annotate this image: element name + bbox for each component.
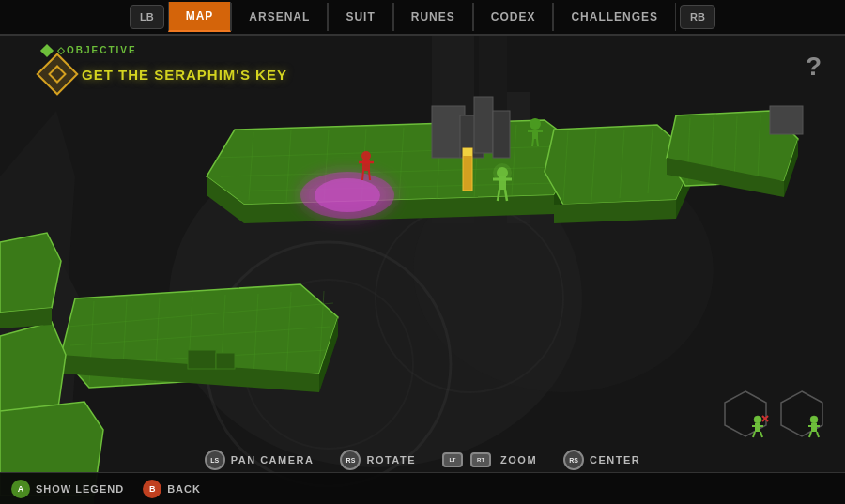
svg-rect-47 [463,148,472,156]
action-back[interactable]: B BACK [143,480,201,498]
svg-line-101 [817,432,819,437]
svg-line-65 [537,139,538,146]
hex-icon-player[interactable] [777,389,826,438]
objective-icon-inner [48,65,67,84]
svg-line-92 [753,432,755,437]
nav-bar: LB MAP ARSENAL SUIT RUNES CODEX CHALLENG… [0,0,845,36]
hex-icons-container [721,389,826,438]
objective-text: GET THE SERAPHIM'S KEY [82,67,287,83]
rs-button-center: RS [563,450,584,470]
tab-codex[interactable]: CODEX [473,3,554,31]
svg-rect-80 [188,350,216,369]
svg-line-53 [362,171,363,180]
svg-point-61 [530,118,541,130]
svg-line-100 [809,432,811,437]
objective-label-text: ◇OBJECTIVE [57,45,137,55]
rotate-label: ROTATE [366,454,416,466]
tab-suit[interactable]: SUIT [328,3,392,31]
controls-bar: LS PAN CAMERA RS ROTATE LT RT ZOOM RS CE… [0,450,845,470]
svg-line-54 [369,171,370,180]
objective-label: ◇OBJECTIVE [42,45,287,55]
objective-panel: ◇OBJECTIVE GET THE SERAPHIM'S KEY [42,45,287,89]
pan-camera-label: PAN CAMERA [231,454,315,466]
lt-button: LT [442,452,463,467]
map-svg [0,36,845,504]
tab-challenges[interactable]: CHALLENGES [553,3,676,31]
tab-arsenal[interactable]: ARSENAL [231,3,328,31]
svg-line-64 [532,139,533,146]
svg-line-93 [760,432,762,437]
action-show-legend[interactable]: A SHOW LEGEND [11,480,124,498]
svg-point-89 [754,416,761,423]
control-zoom: LT RT ZOOM [442,452,537,467]
bumper-right[interactable]: RB [680,5,715,29]
svg-point-97 [810,416,818,423]
b-button: B [143,480,161,498]
objective-icon [36,53,78,95]
svg-rect-98 [811,423,817,432]
svg-rect-45 [493,111,510,158]
svg-point-49 [315,178,380,212]
svg-rect-40 [770,106,803,134]
objective-title-row: GET THE SERAPHIM'S KEY [42,59,287,89]
a-button: A [11,480,30,498]
ls-button: LS [205,450,225,470]
tab-runes[interactable]: RUNES [393,3,473,31]
rs-button-rotate: RS [340,450,361,470]
tab-map[interactable]: MAP [168,2,232,32]
bumper-left[interactable]: LB [130,5,164,29]
show-legend-label: SHOW LEGEND [36,483,124,495]
question-mark[interactable]: ? [806,52,822,82]
control-center: RS CENTER [563,450,640,470]
center-label: CENTER [590,454,640,466]
hex-icon-enemy[interactable] [721,389,770,438]
control-rotate: RS ROTATE [340,450,416,470]
svg-point-51 [361,151,371,160]
rt-button: RT [470,452,491,467]
control-pan-camera: LS PAN CAMERA [205,450,315,470]
objective-diamond-icon [40,43,54,56]
svg-rect-90 [755,423,760,432]
map-canvas[interactable] [0,36,845,504]
zoom-label: ZOOM [500,454,537,466]
back-label: BACK [167,483,201,495]
svg-rect-44 [474,97,493,153]
action-bar: A SHOW LEGEND B BACK [0,472,845,504]
svg-marker-86 [0,233,61,313]
svg-marker-11 [207,120,582,205]
svg-rect-81 [216,353,235,369]
svg-point-60 [493,163,512,182]
